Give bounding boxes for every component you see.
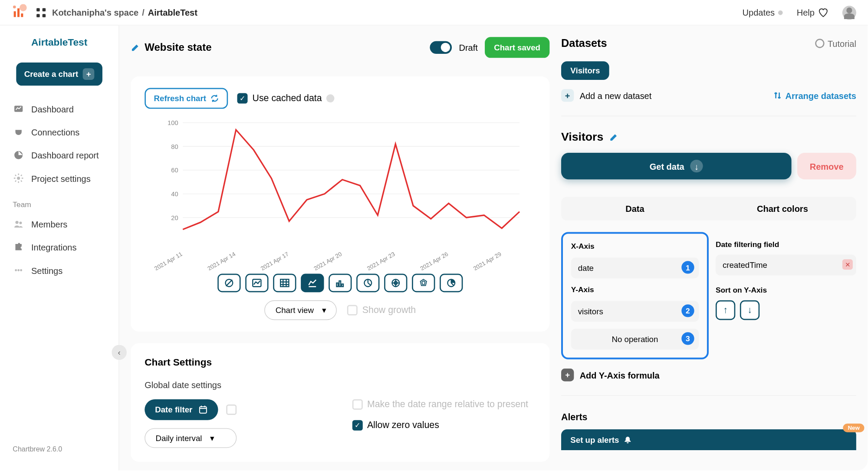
sidebar-item-dashboard[interactable]: Dashboard: [0, 97, 118, 120]
sidebar-item-members[interactable]: Members: [0, 212, 118, 235]
svg-text:20: 20: [171, 214, 178, 221]
chart-type-area[interactable]: [301, 274, 324, 293]
svg-text:2021 Apr 14: 2021 Apr 14: [206, 250, 237, 270]
x-axis-select[interactable]: date1: [571, 257, 699, 278]
svg-point-1: [13, 5, 16, 8]
svg-text:2021 Apr 23: 2021 Apr 23: [366, 250, 396, 270]
use-cached-checkbox[interactable]: ✓: [237, 93, 248, 104]
collapse-sidebar-button[interactable]: ‹: [112, 345, 127, 360]
plus-icon: +: [561, 89, 574, 102]
sort-asc-button[interactable]: ↑: [716, 300, 735, 320]
operation-select[interactable]: No operation3: [571, 329, 699, 349]
breadcrumb-space[interactable]: Kotchanipha's space: [52, 7, 138, 17]
chart-type-donut[interactable]: [356, 274, 379, 293]
sidebar-item-settings[interactable]: Settings: [0, 259, 118, 282]
sidebar: AirtableTest Create a chart + Dashboard …: [0, 26, 119, 471]
setup-alerts-button[interactable]: Set up alerts New: [561, 429, 856, 450]
pencil-icon[interactable]: [131, 43, 140, 52]
topbar: Kotchanipha's space / AirtableTest Updat…: [0, 0, 868, 26]
date-filtering-value: createdTime: [723, 260, 767, 270]
sidebar-item-project-settings[interactable]: Project settings: [0, 167, 118, 190]
create-chart-button[interactable]: Create a chart +: [16, 63, 102, 86]
x-axis-value: date: [578, 263, 594, 273]
tab-chart-colors[interactable]: Chart colors: [709, 197, 856, 221]
caret-down-icon: ▾: [322, 306, 326, 315]
chart-saved-button[interactable]: Chart saved: [485, 37, 550, 58]
x-axis-label: X-Axis: [571, 242, 699, 250]
new-badge: New: [843, 424, 865, 432]
chart-type-line[interactable]: [245, 274, 268, 293]
chart-type-table[interactable]: [273, 274, 296, 293]
dots-icon: [13, 264, 24, 276]
users-icon: [13, 218, 24, 230]
y-axis-select[interactable]: visitors2: [571, 301, 699, 322]
interval-select[interactable]: Daily interval▾: [145, 428, 236, 448]
axis-config-box: X-Axis date1 Y-Axis visitors2 No operati…: [561, 232, 709, 359]
relative-label: Make the date range relative to present: [367, 399, 528, 410]
allow-zero-label: Allow zero values: [367, 420, 439, 431]
chart-type-none[interactable]: [217, 274, 240, 293]
apps-icon[interactable]: [36, 7, 46, 18]
date-filtering-label: Date filtering field: [716, 240, 856, 249]
tutorial-label: Tutorial: [828, 39, 856, 49]
annotation-3: 3: [681, 332, 694, 345]
compass-icon: [815, 39, 824, 48]
chart-type-pie[interactable]: [440, 274, 463, 293]
dataset-name: Visitors: [561, 130, 603, 144]
sidebar-item-integrations[interactable]: Integrations: [0, 236, 118, 259]
add-dataset-button[interactable]: +Add a new dataset: [561, 89, 651, 102]
sidebar-item-connections[interactable]: Connections: [0, 120, 118, 143]
get-data-button[interactable]: Get data↓: [561, 153, 791, 179]
date-filter-checkbox[interactable]: [226, 405, 237, 415]
svg-rect-5: [43, 14, 46, 17]
remove-button[interactable]: Remove: [797, 153, 856, 179]
logo: [12, 4, 29, 21]
date-filter-button[interactable]: Date filter: [145, 399, 218, 420]
breadcrumb-project[interactable]: AirtableTest: [148, 7, 197, 17]
sort-desc-button[interactable]: ↓: [740, 300, 760, 320]
avatar[interactable]: [842, 6, 856, 20]
sidebar-item-label: Settings: [31, 265, 62, 275]
svg-rect-51: [199, 407, 206, 413]
show-growth-checkbox[interactable]: [347, 305, 358, 315]
refresh-icon: [211, 94, 219, 102]
svg-point-12: [20, 269, 22, 271]
info-icon[interactable]: [326, 94, 335, 102]
sidebar-item-dashboard-report[interactable]: Dashboard report: [0, 144, 118, 167]
date-filtering-select[interactable]: createdTime✕: [716, 255, 856, 276]
y-axis-label: Y-Axis: [571, 285, 699, 294]
arrange-datasets-link[interactable]: Arrange datasets: [774, 91, 856, 101]
sidebar-footer: Chartbrew 2.6.0: [0, 445, 118, 459]
svg-line-44: [368, 283, 371, 285]
dataset-pill-visitors[interactable]: Visitors: [561, 61, 609, 80]
chart-type-radar[interactable]: [384, 274, 407, 293]
help-link[interactable]: Help: [797, 7, 829, 18]
chart-type-polar[interactable]: [412, 274, 435, 293]
svg-line-31: [226, 280, 232, 286]
heart-icon: [818, 7, 829, 18]
team-label: Team: [0, 190, 118, 212]
svg-text:2021 Apr 17: 2021 Apr 17: [260, 250, 290, 270]
add-yaxis-formula-button[interactable]: + Add Y-Axis formula: [561, 369, 856, 381]
svg-point-9: [19, 221, 22, 224]
refresh-chart-button[interactable]: Refresh chart: [145, 88, 228, 109]
project-title: AirtableTest: [0, 37, 118, 49]
relative-checkbox[interactable]: [352, 399, 362, 410]
allow-zero-checkbox[interactable]: ✓: [352, 420, 362, 431]
close-icon[interactable]: ✕: [842, 259, 853, 270]
draft-label: Draft: [459, 43, 478, 53]
chart-type-bar[interactable]: [329, 274, 352, 293]
draft-toggle[interactable]: [430, 41, 452, 54]
updates-label: Updates: [743, 7, 775, 17]
calendar-icon: [198, 405, 207, 414]
y-axis-value: visitors: [578, 306, 603, 316]
tab-data[interactable]: Data: [561, 197, 709, 221]
svg-rect-39: [336, 283, 338, 287]
tutorial-link[interactable]: Tutorial: [815, 39, 856, 49]
use-cached-label: Use cached data: [253, 93, 322, 104]
pencil-icon[interactable]: [609, 132, 618, 142]
updates-link[interactable]: Updates: [743, 7, 783, 17]
arrange-label: Arrange datasets: [785, 91, 856, 101]
chart-view-select[interactable]: Chart view▾: [264, 300, 337, 320]
create-chart-label: Create a chart: [24, 69, 78, 79]
